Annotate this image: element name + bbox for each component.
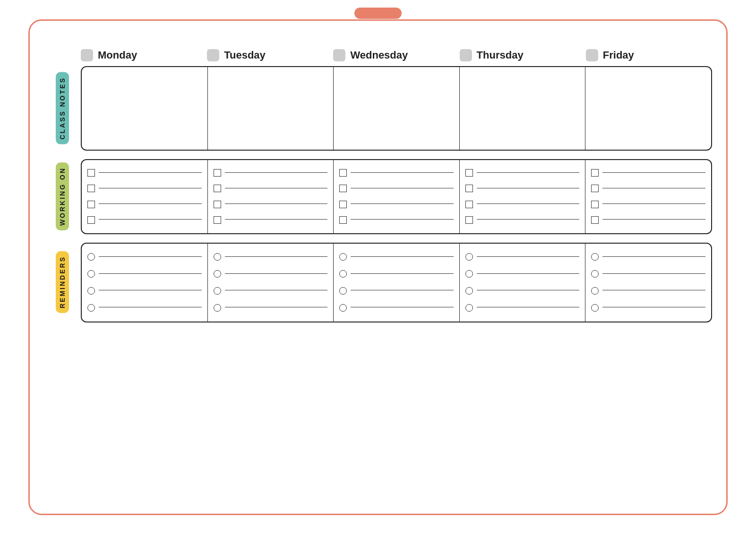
checkbox-row-tuesday-2[interactable] [214, 201, 328, 208]
checkbox-row-thursday-0[interactable] [465, 169, 580, 177]
working-on-thursday[interactable] [460, 160, 586, 233]
checkbox-wednesday-2[interactable] [339, 201, 347, 208]
checkbox-row-friday-3[interactable] [591, 216, 705, 224]
days-header: MondayTuesdayWednesdayThursdayFriday [44, 49, 712, 61]
reminder-row-thursday-1[interactable] [465, 270, 580, 278]
checkbox-row-monday-1[interactable] [87, 185, 202, 192]
checkbox-row-friday-0[interactable] [591, 169, 705, 177]
checkbox-friday-3[interactable] [591, 216, 599, 224]
reminder-row-friday-3[interactable] [591, 304, 705, 312]
checkbox-monday-2[interactable] [87, 201, 95, 208]
checkbox-row-tuesday-0[interactable] [214, 169, 328, 177]
checkbox-line-tuesday-1 [225, 188, 328, 188]
circle-tuesday-3[interactable] [214, 304, 221, 312]
checkbox-friday-0[interactable] [591, 169, 599, 177]
reminder-row-tuesday-2[interactable] [214, 287, 328, 295]
circle-wednesday-2[interactable] [339, 287, 347, 295]
checkbox-row-wednesday-1[interactable] [339, 185, 454, 192]
checkbox-row-wednesday-2[interactable] [339, 201, 454, 208]
section-working-on: WORKING ON [44, 159, 712, 234]
circle-thursday-1[interactable] [465, 270, 473, 278]
checkbox-thursday-0[interactable] [465, 169, 473, 177]
reminders-monday[interactable] [82, 244, 208, 322]
reminder-row-thursday-2[interactable] [465, 287, 580, 295]
working-on-monday[interactable] [82, 160, 208, 233]
checkbox-row-monday-3[interactable] [87, 216, 202, 224]
checkbox-tuesday-0[interactable] [214, 169, 221, 177]
checkbox-row-thursday-1[interactable] [465, 185, 580, 192]
checkbox-row-tuesday-1[interactable] [214, 185, 328, 192]
class-notes-monday[interactable] [82, 67, 208, 150]
circle-friday-0[interactable] [591, 253, 599, 261]
checkbox-thursday-1[interactable] [465, 185, 473, 192]
circle-monday-1[interactable] [87, 270, 95, 278]
circle-wednesday-0[interactable] [339, 253, 347, 261]
reminders-friday[interactable] [585, 244, 711, 322]
checkbox-tuesday-1[interactable] [214, 185, 221, 192]
checkbox-row-thursday-2[interactable] [465, 201, 580, 208]
checkbox-row-monday-0[interactable] [87, 169, 202, 177]
circle-friday-2[interactable] [591, 287, 599, 295]
class-notes-friday[interactable] [585, 67, 711, 150]
checkbox-monday-1[interactable] [87, 185, 95, 192]
circle-monday-3[interactable] [87, 304, 95, 312]
checkbox-row-friday-1[interactable] [591, 185, 705, 192]
circle-tuesday-2[interactable] [214, 287, 221, 295]
checkbox-thursday-2[interactable] [465, 201, 473, 208]
reminder-row-monday-2[interactable] [87, 287, 202, 295]
circle-monday-0[interactable] [87, 253, 95, 261]
checkbox-tuesday-3[interactable] [214, 216, 221, 224]
checkbox-tuesday-2[interactable] [214, 201, 221, 208]
circle-monday-2[interactable] [87, 287, 95, 295]
checkbox-line-friday-1 [602, 188, 705, 188]
reminder-row-wednesday-1[interactable] [339, 270, 454, 278]
checkbox-row-wednesday-3[interactable] [339, 216, 454, 224]
working-on-wednesday[interactable] [334, 160, 460, 233]
checkbox-row-thursday-3[interactable] [465, 216, 580, 224]
circle-thursday-0[interactable] [465, 253, 473, 261]
checkbox-row-monday-2[interactable] [87, 201, 202, 208]
reminder-row-friday-0[interactable] [591, 253, 705, 261]
checkbox-friday-2[interactable] [591, 201, 599, 208]
reminder-row-wednesday-2[interactable] [339, 287, 454, 295]
reminder-row-monday-0[interactable] [87, 253, 202, 261]
circle-thursday-3[interactable] [465, 304, 473, 312]
circle-tuesday-0[interactable] [214, 253, 221, 261]
reminder-row-friday-2[interactable] [591, 287, 705, 295]
reminder-row-monday-3[interactable] [87, 304, 202, 312]
working-on-friday[interactable] [585, 160, 711, 233]
reminders-thursday[interactable] [460, 244, 586, 322]
circle-wednesday-3[interactable] [339, 304, 347, 312]
circle-friday-1[interactable] [591, 270, 599, 278]
circle-line-monday-2 [99, 290, 202, 290]
checkbox-wednesday-0[interactable] [339, 169, 347, 177]
circle-friday-3[interactable] [591, 304, 599, 312]
reminder-row-monday-1[interactable] [87, 270, 202, 278]
reminder-row-tuesday-3[interactable] [214, 304, 328, 312]
reminder-row-thursday-0[interactable] [465, 253, 580, 261]
class-notes-tuesday[interactable] [208, 67, 334, 150]
circle-tuesday-1[interactable] [214, 270, 221, 278]
class-notes-wednesday[interactable] [334, 67, 460, 150]
reminder-row-wednesday-0[interactable] [339, 253, 454, 261]
checkbox-wednesday-3[interactable] [339, 216, 347, 224]
reminder-row-thursday-3[interactable] [465, 304, 580, 312]
checkbox-row-friday-2[interactable] [591, 201, 705, 208]
checkbox-row-wednesday-0[interactable] [339, 169, 454, 177]
reminders-tuesday[interactable] [208, 244, 334, 322]
checkbox-row-tuesday-3[interactable] [214, 216, 328, 224]
checkbox-wednesday-1[interactable] [339, 185, 347, 192]
reminder-row-friday-1[interactable] [591, 270, 705, 278]
checkbox-monday-3[interactable] [87, 216, 95, 224]
checkbox-monday-0[interactable] [87, 169, 95, 177]
reminder-row-tuesday-0[interactable] [214, 253, 328, 261]
reminder-row-wednesday-3[interactable] [339, 304, 454, 312]
circle-thursday-2[interactable] [465, 287, 473, 295]
reminder-row-tuesday-1[interactable] [214, 270, 328, 278]
class-notes-thursday[interactable] [460, 67, 586, 150]
reminders-wednesday[interactable] [334, 244, 460, 322]
checkbox-thursday-3[interactable] [465, 216, 473, 224]
working-on-tuesday[interactable] [208, 160, 334, 233]
checkbox-friday-1[interactable] [591, 185, 599, 192]
circle-wednesday-1[interactable] [339, 270, 347, 278]
